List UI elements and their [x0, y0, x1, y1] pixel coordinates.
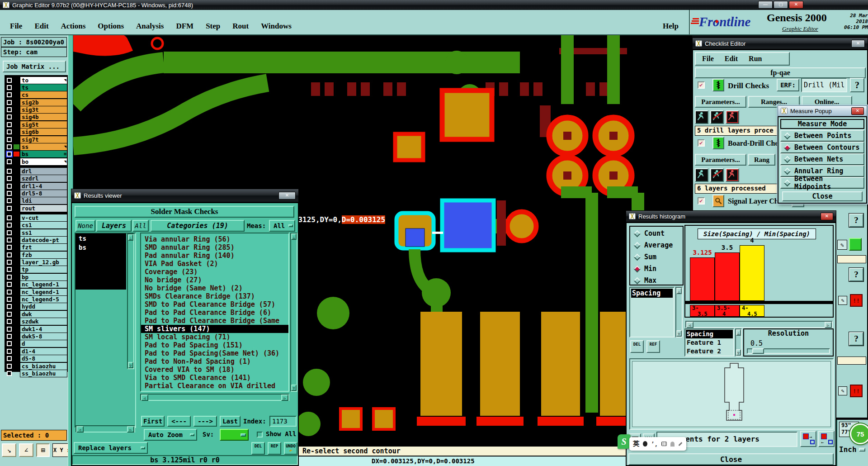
layer-visibility-checkbox[interactable]	[7, 260, 12, 265]
layer-visibility-checkbox[interactable]	[7, 92, 12, 97]
stat-radio-average[interactable]: Average	[631, 239, 683, 251]
help-button[interactable]: ?	[849, 332, 863, 346]
rv-layer-scrollbar[interactable]: △▽	[127, 233, 134, 369]
layer-visibility-checkbox[interactable]	[7, 107, 12, 112]
histogram-measure-list[interactable]: Spacing	[629, 287, 675, 338]
layer-name[interactable]: ss1	[20, 229, 67, 237]
category-item[interactable]: Pad to Pad Spacing(Same Net) (36)	[141, 349, 288, 357]
pan-zoom-icon[interactable]: ↘	[2, 443, 16, 457]
ime-punct-icon[interactable]: ’,	[651, 441, 658, 447]
menu-file[interactable]: File	[10, 22, 22, 31]
scroll-up-icon[interactable]: △	[736, 329, 741, 336]
rv-first-button[interactable]: First	[141, 416, 165, 427]
layer-name[interactable]: ts	[20, 84, 67, 91]
layer-name[interactable]: drl1-4	[20, 182, 67, 190]
layer-visibility-checkbox[interactable]	[7, 114, 12, 119]
layer-visibility-checkbox[interactable]	[7, 312, 12, 317]
results-viewer-titlebar[interactable]: ╳ Results viewer ✕	[71, 189, 299, 202]
rv-rep-button[interactable]: REP	[268, 442, 281, 455]
ime-lang-icon[interactable]: 英	[633, 440, 639, 448]
layer-name[interactable]: ss_biaozhu	[20, 370, 67, 377]
layer-name[interactable]: bp	[20, 273, 67, 281]
rv-undo-button[interactable]: UNDO↶	[284, 442, 297, 455]
scroll-left-icon[interactable]: ◁	[76, 426, 84, 433]
layer-visibility-checkbox[interactable]	[7, 356, 12, 361]
layer-visibility-checkbox[interactable]	[7, 349, 12, 354]
run-check-icon[interactable]	[710, 110, 724, 124]
parameters-button[interactable]: Parameters...	[695, 154, 746, 166]
rv-categories-list[interactable]: Via annular Ring (56)SMD annular Ring (2…	[140, 233, 289, 392]
menu-run[interactable]: Run	[749, 55, 762, 63]
category-item[interactable]: Pad to Pad Spacing (151)	[141, 341, 288, 349]
layer-visibility-checkbox[interactable]	[7, 78, 12, 83]
rv-prev-button[interactable]: <---	[167, 416, 191, 427]
units-dropdown[interactable]: Inch	[839, 445, 857, 454]
layer-visibility-checkbox[interactable]	[7, 282, 12, 287]
rv-filter-layers[interactable]: Layers	[96, 220, 132, 232]
layer-name[interactable]: sig2b	[20, 99, 67, 106]
scroll-down-icon[interactable]: ▽	[291, 385, 297, 391]
rv-layer-hscrollbar[interactable]: ◁▷	[75, 425, 135, 433]
layer-name[interactable]: fzb	[20, 251, 67, 259]
layer-name[interactable]: to◥	[20, 76, 67, 84]
checklist-close-icon[interactable]: ✕	[851, 40, 865, 48]
field-list-item[interactable]: Spacing	[686, 330, 733, 338]
layer-name[interactable]: cs_biaozhu	[20, 362, 67, 370]
run-icons[interactable]	[695, 110, 739, 124]
histogram-ref-button[interactable]: REF	[646, 340, 660, 353]
field-list-item[interactable]: Feature 2	[686, 347, 733, 356]
stat-radio-max[interactable]: Max	[631, 275, 683, 286]
ranges-button[interactable]: Rang	[748, 154, 775, 166]
layer-name[interactable]: drl	[20, 167, 67, 175]
layer-name[interactable]: dwk5-8	[20, 333, 67, 340]
layer-visibility-checkbox[interactable]	[7, 364, 12, 369]
layer-visibility-checkbox[interactable]	[7, 144, 12, 149]
measure-mode-between-nets[interactable]: Between Nets	[780, 153, 864, 165]
scroll-left-icon[interactable]: ◁	[141, 395, 148, 401]
rv-next-button[interactable]: --->	[193, 416, 217, 427]
rv-cats-scrollbar[interactable]: △▽	[290, 233, 297, 392]
layer-visibility-checkbox[interactable]	[7, 297, 12, 302]
transfer-icon[interactable]: →	[800, 431, 816, 447]
layer-visibility-checkbox[interactable]	[7, 334, 12, 339]
category-item[interactable]: Pad to Pad Clearance Bridge (Same	[141, 317, 288, 325]
layer-visibility-checkbox[interactable]	[7, 184, 12, 189]
measure-popup-close-button[interactable]: Close	[782, 191, 863, 201]
menu-windows[interactable]: Windows	[261, 22, 292, 31]
layer-name[interactable]: szdwk	[20, 318, 67, 325]
ime-shape-icon[interactable]	[643, 441, 647, 447]
scroll-down-icon[interactable]: ▽	[128, 362, 133, 368]
layer-name[interactable]: sig4b	[20, 113, 67, 121]
histogram-list-scrollbar[interactable]: △▽	[675, 287, 683, 338]
sogou-icon[interactable]: S	[618, 434, 630, 449]
layer-visibility-checkbox[interactable]	[7, 252, 12, 257]
rv-del-button[interactable]: DEL	[251, 442, 265, 455]
category-item[interactable]: Via to SMD Clearance (141)	[141, 374, 288, 382]
histogram-titlebar[interactable]: ╳ Results histogram ✕	[626, 210, 836, 222]
stat-radio-min[interactable]: Min	[631, 263, 683, 275]
measure-list-item[interactable]: Spacing	[631, 289, 673, 298]
rv-show-all-checkbox[interactable]	[257, 432, 263, 437]
help-button[interactable]: ?	[849, 268, 863, 281]
rv-cats-hscrollbar[interactable]: ◁▷	[140, 394, 289, 401]
scroll-right-icon[interactable]: ▷	[281, 395, 288, 401]
layer-name[interactable]: d1-4	[20, 347, 67, 355]
category-item[interactable]: Pad to Pad Clearance Bridge (6)	[141, 309, 288, 317]
units-dropdown-indicator[interactable]	[859, 448, 865, 452]
category-item[interactable]: Via annular Ring (56)	[141, 235, 288, 243]
layer-name[interactable]: d5-8	[20, 355, 67, 362]
menu-dfm[interactable]: DFM	[176, 22, 193, 31]
menu-rout[interactable]: Rout	[232, 22, 249, 31]
scroll-up-icon[interactable]: △	[128, 234, 133, 241]
category-item[interactable]: SMD annular Ring (285)	[141, 243, 288, 252]
rv-meas-dropdown[interactable]: All	[269, 220, 295, 232]
category-item[interactable]: Pad to Non-Pad Spacing (1)	[141, 357, 288, 366]
category-item[interactable]: SMD to Pad Clearance Bridge (57)	[141, 300, 288, 309]
transfer-back-icon[interactable]: ←	[818, 431, 835, 447]
layer-visibility-checkbox[interactable]	[7, 230, 12, 235]
layer-name[interactable]: fzt	[20, 243, 67, 251]
menu-edit[interactable]: Edit	[34, 22, 48, 31]
checklist-titlebar[interactable]: ╳ Checklist Editor ✕	[692, 38, 868, 49]
layer-name[interactable]: szdrl	[20, 175, 67, 182]
run-check-icon[interactable]	[726, 110, 739, 124]
